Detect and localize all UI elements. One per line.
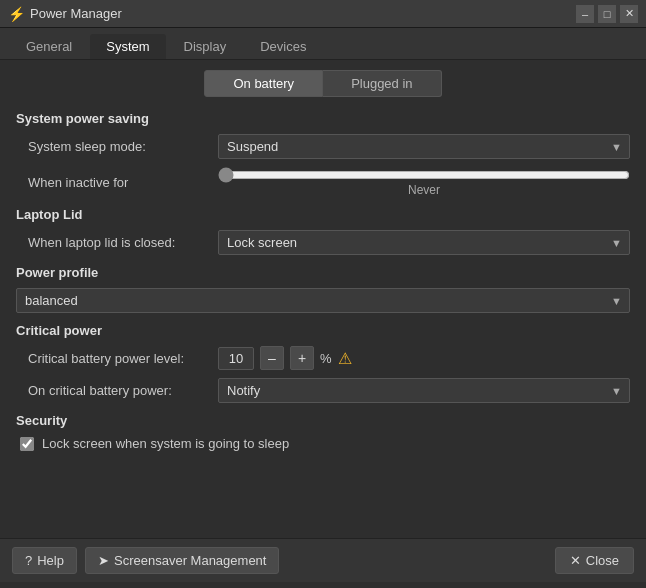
system-power-saving-heading: System power saving <box>16 111 630 126</box>
inactive-slider-container: Never <box>218 167 630 197</box>
inactive-label: When inactive for <box>28 175 218 190</box>
sleep-mode-dropdown-wrapper: Suspend Hibernate Shutdown Do nothing ▼ <box>218 134 630 159</box>
lid-closed-row: When laptop lid is closed: Lock screen S… <box>16 230 630 255</box>
critical-level-label: Critical battery power level: <box>28 351 218 366</box>
main-content: On battery Plugged in System power savin… <box>0 60 646 538</box>
critical-action-label: On critical battery power: <box>28 383 218 398</box>
lid-closed-dropdown-wrapper: Lock screen Suspend Hibernate Shutdown S… <box>218 230 630 255</box>
critical-level-unit: % <box>320 351 332 366</box>
tab-system[interactable]: System <box>90 34 165 59</box>
close-button[interactable]: ✕ Close <box>555 547 634 574</box>
footer-left: ? Help ➤ Screensaver Management <box>12 547 279 574</box>
sleep-mode-row: System sleep mode: Suspend Hibernate Shu… <box>16 134 630 159</box>
tabbar: General System Display Devices <box>0 28 646 60</box>
lock-screen-row: Lock screen when system is going to slee… <box>16 436 630 451</box>
window-title: Power Manager <box>30 6 122 21</box>
power-profile-row: balanced power-saver performance ▼ <box>16 288 630 313</box>
laptop-lid-heading: Laptop Lid <box>16 207 630 222</box>
power-profile-dropdown[interactable]: balanced power-saver performance <box>16 288 630 313</box>
inactive-slider[interactable] <box>218 167 630 183</box>
critical-level-decrease-button[interactable]: – <box>260 346 284 370</box>
sleep-mode-dropdown[interactable]: Suspend Hibernate Shutdown Do nothing <box>218 134 630 159</box>
titlebar: ⚡ Power Manager – □ ✕ <box>0 0 646 28</box>
power-profile-heading: Power profile <box>16 265 630 280</box>
inactive-slider-label: Never <box>218 183 630 197</box>
warning-icon: ⚠ <box>338 349 352 368</box>
plugged-in-button[interactable]: Plugged in <box>323 70 441 97</box>
tab-devices[interactable]: Devices <box>244 34 322 59</box>
app-icon: ⚡ <box>8 6 24 22</box>
close-icon: ✕ <box>570 553 581 568</box>
maximize-button[interactable]: □ <box>598 5 616 23</box>
footer: ? Help ➤ Screensaver Management ✕ Close <box>0 538 646 582</box>
power-toggle-group: On battery Plugged in <box>16 70 630 97</box>
critical-level-increase-button[interactable]: + <box>290 346 314 370</box>
tab-display[interactable]: Display <box>168 34 243 59</box>
screensaver-label: Screensaver Management <box>114 553 266 568</box>
screensaver-icon: ➤ <box>98 553 109 568</box>
critical-level-spinbox: 10 – + % ⚠ <box>218 346 352 370</box>
minimize-button[interactable]: – <box>576 5 594 23</box>
help-icon: ? <box>25 553 32 568</box>
lid-closed-dropdown[interactable]: Lock screen Suspend Hibernate Shutdown S… <box>218 230 630 255</box>
tab-general[interactable]: General <box>10 34 88 59</box>
close-label: Close <box>586 553 619 568</box>
critical-action-row: On critical battery power: Notify Hibern… <box>16 378 630 403</box>
titlebar-left: ⚡ Power Manager <box>8 6 122 22</box>
critical-level-value: 10 <box>218 347 254 370</box>
security-heading: Security <box>16 413 630 428</box>
close-window-button[interactable]: ✕ <box>620 5 638 23</box>
critical-level-row: Critical battery power level: 10 – + % ⚠ <box>16 346 630 370</box>
screensaver-button[interactable]: ➤ Screensaver Management <box>85 547 279 574</box>
help-button[interactable]: ? Help <box>12 547 77 574</box>
critical-action-dropdown[interactable]: Notify Hibernate Shutdown Do nothing <box>218 378 630 403</box>
titlebar-controls: – □ ✕ <box>576 5 638 23</box>
lock-screen-label[interactable]: Lock screen when system is going to slee… <box>42 436 289 451</box>
inactive-row: When inactive for Never <box>16 167 630 197</box>
on-battery-button[interactable]: On battery <box>204 70 323 97</box>
lid-closed-label: When laptop lid is closed: <box>28 235 218 250</box>
critical-action-dropdown-wrapper: Notify Hibernate Shutdown Do nothing ▼ <box>218 378 630 403</box>
lock-screen-checkbox[interactable] <box>20 437 34 451</box>
critical-power-heading: Critical power <box>16 323 630 338</box>
sleep-mode-label: System sleep mode: <box>28 139 218 154</box>
power-profile-dropdown-wrapper: balanced power-saver performance ▼ <box>16 288 630 313</box>
help-label: Help <box>37 553 64 568</box>
